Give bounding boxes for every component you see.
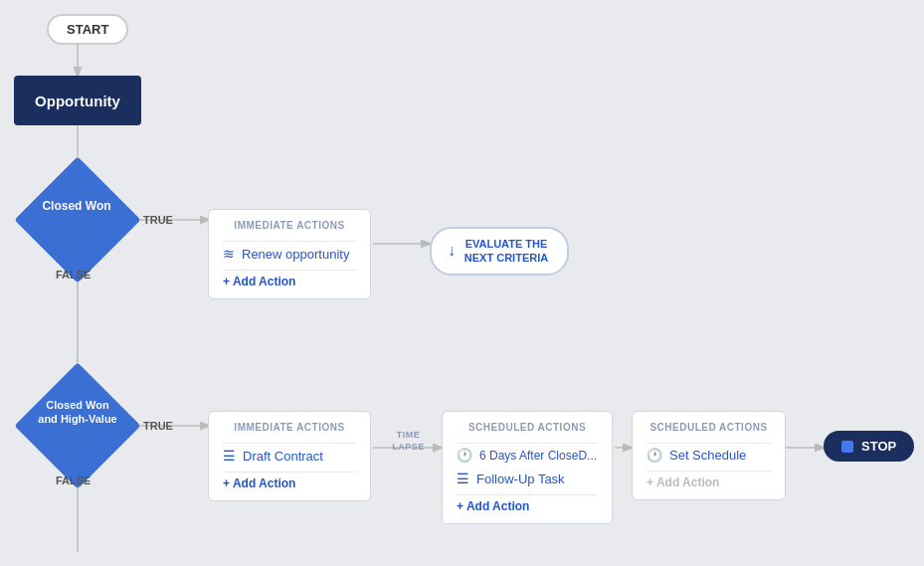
add-action-label-1: + Add Action [223,275,295,288]
task-icon: ☰ [457,471,469,486]
immediate-actions-header-2: IMMEDIATE ACTIONS [223,422,356,433]
draft-label: Draft Contract [243,449,323,464]
action-renew-opportunity[interactable]: ≋ Renew opportunity [223,246,356,262]
flow-canvas: START Opportunity Closed Won TRUE FALSE … [0,0,924,566]
immediate-actions-card-2: IMMEDIATE ACTIONS ☰ Draft Contract + Add… [208,411,371,501]
add-action-button-1[interactable]: + Add Action [223,275,356,288]
stop-node: STOP [824,431,914,462]
opportunity-box[interactable]: Opportunity [14,76,141,125]
clock-icon-1: 🕐 [457,448,472,463]
diamond-closed-won-label: Closed Won [27,199,126,215]
scheduled-actions-header-1: SCHEDULED ACTIONS [457,422,598,433]
add-action-label-4: + Add Action [647,475,719,489]
stop-icon [841,441,853,453]
add-action-label-3: + Add Action [457,499,529,513]
immediate-actions-header-1: IMMEDIATE ACTIONS [223,220,356,231]
evaluate-label: EVALUATE THE NEXT CRITERIA [462,237,551,266]
time-lapse-label: TIMELAPSE [381,430,436,453]
start-node: START [47,14,128,45]
add-action-button-4[interactable]: + Add Action [647,475,771,489]
immediate-actions-card-1: IMMEDIATE ACTIONS ≋ Renew opportunity + … [208,209,371,299]
renew-label: Renew opportunity [242,247,349,262]
diamond-closed-high-value-label: Closed Wonand High-Value [18,398,137,427]
add-action-button-2[interactable]: + Add Action [223,476,356,490]
action-follow-up-task[interactable]: ☰ Follow-Up Task [457,471,598,486]
evaluate-icon: ↓ [448,241,456,262]
label-false-2: FALSE [56,474,91,486]
stop-label: STOP [861,439,896,454]
label-true-1: TRUE [143,214,173,226]
add-action-label-2: + Add Action [223,476,295,490]
label-true-2: TRUE [143,420,173,432]
opportunity-label: Opportunity [35,93,120,109]
scheduled-actions-header-2: SCHEDULED ACTIONS [647,422,771,433]
start-label: START [67,22,108,37]
follow-up-label: Follow-Up Task [476,472,565,486]
draft-icon: ☰ [223,448,236,464]
set-schedule-label: Set Schedule [669,448,746,463]
action-draft-contract[interactable]: ☰ Draft Contract [223,448,356,464]
label-false-1: FALSE [56,269,91,281]
days-label: 6 Days After CloseD... [479,449,597,463]
action-set-schedule[interactable]: 🕐 Set Schedule [647,448,771,463]
renew-icon: ≋ [223,246,235,262]
scheduled-actions-card-2: SCHEDULED ACTIONS 🕐 Set Schedule + Add A… [632,411,786,500]
evaluate-criteria-node[interactable]: ↓ EVALUATE THE NEXT CRITERIA [430,227,569,276]
diamond-closed-won[interactable] [14,156,140,283]
clock-icon-2: 🕐 [647,448,662,463]
add-action-button-3[interactable]: + Add Action [457,499,598,513]
action-6-days[interactable]: 🕐 6 Days After CloseD... [457,448,598,463]
scheduled-actions-card-1: SCHEDULED ACTIONS 🕐 6 Days After CloseD.… [442,411,613,524]
